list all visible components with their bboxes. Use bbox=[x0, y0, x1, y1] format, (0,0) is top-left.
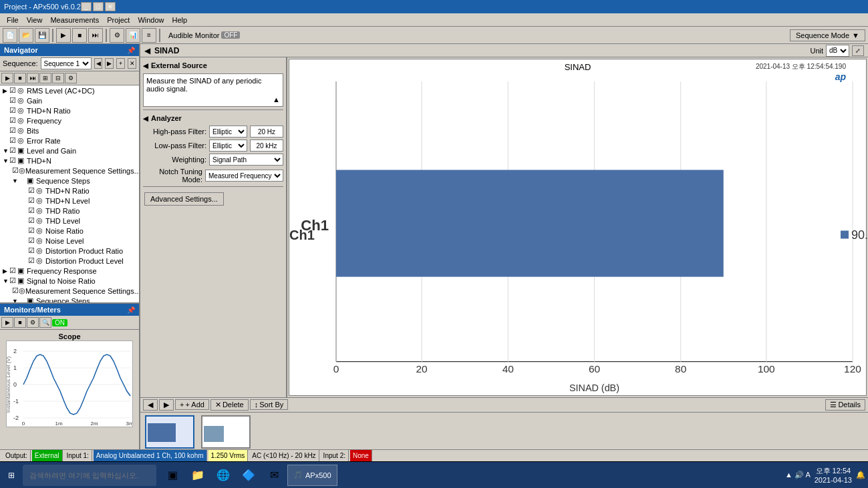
high-pass-select[interactable]: Elliptic bbox=[209, 126, 247, 138]
nav-settings-btn[interactable]: ⚙ bbox=[65, 73, 77, 83]
tree-item-8[interactable]: ☑◎Measurement Sequence Settings... bbox=[0, 166, 139, 176]
chart-expand-btn[interactable]: ⤢ bbox=[852, 45, 864, 56]
tree-item-6[interactable]: ▼☑▣Level and Gain bbox=[0, 146, 139, 156]
menu-help[interactable]: Help bbox=[168, 15, 192, 25]
nav-run-btn[interactable]: ▶ bbox=[1, 73, 13, 83]
search-taskbar[interactable] bbox=[23, 465, 156, 486]
details-btn[interactable]: ☰ Details bbox=[825, 399, 865, 411]
sequence-mode-arrow: ▼ bbox=[852, 31, 859, 39]
tree-item-18[interactable]: ▶☑▣Frequency Response bbox=[0, 266, 139, 276]
tree-item-17[interactable]: ☑◎Distortion Product Level bbox=[0, 256, 139, 266]
maximize-btn[interactable]: □ bbox=[93, 2, 104, 11]
sequence-label: Sequence: bbox=[3, 59, 38, 67]
start-btn[interactable]: ⊞ bbox=[3, 468, 20, 483]
tree-item-14[interactable]: ☑◎Noise Ratio bbox=[0, 226, 139, 236]
source-scroll-btn[interactable]: ▲ bbox=[146, 95, 280, 103]
tree-item-21[interactable]: ▼ ▣Sequence Steps bbox=[0, 296, 139, 302]
sort-by-btn[interactable]: ↕ Sort By bbox=[250, 399, 289, 410]
tree-item-7[interactable]: ▼☑▣THD+N bbox=[0, 156, 139, 166]
seq-del-btn[interactable]: ✕ bbox=[128, 58, 136, 69]
search-input[interactable] bbox=[29, 471, 150, 479]
tree-item-12[interactable]: ☑◎THD Ratio bbox=[0, 206, 139, 216]
menu-project[interactable]: Project bbox=[103, 15, 134, 25]
menu-window[interactable]: Window bbox=[134, 15, 168, 25]
taskbar-files[interactable]: 📁 bbox=[187, 465, 208, 486]
audible-monitor-badge[interactable]: OFF bbox=[221, 31, 240, 39]
taskbar-edge[interactable]: 🔷 bbox=[238, 465, 259, 486]
tree-arrow-7: ▼ bbox=[3, 158, 9, 164]
seq-add-btn[interactable]: + bbox=[116, 58, 125, 69]
mon-zoom-btn[interactable]: 🔍 bbox=[39, 317, 51, 328]
nav-prev-btn[interactable]: ◀ bbox=[143, 399, 158, 411]
table-btn[interactable]: ≡ bbox=[142, 28, 156, 43]
unit-select[interactable]: dB bbox=[826, 45, 849, 57]
low-pass-value[interactable] bbox=[250, 140, 283, 152]
delete-btn[interactable]: ✕ Delete bbox=[210, 399, 249, 411]
tree-item-0[interactable]: ▶☑◎RMS Level (AC+DC) bbox=[0, 85, 139, 95]
new-btn[interactable]: 📄 bbox=[3, 28, 17, 43]
nav-step-btn[interactable]: ⏭ bbox=[27, 73, 39, 83]
sinad-back-icon[interactable]: ◀ bbox=[144, 46, 150, 55]
tree-item-1[interactable]: ☑◎Gain bbox=[0, 95, 139, 105]
taskbar-email[interactable]: ✉ bbox=[263, 465, 285, 486]
tree-icon-14: ◎ bbox=[36, 226, 45, 235]
svg-text:20: 20 bbox=[416, 363, 428, 375]
save-btn[interactable]: 💾 bbox=[35, 28, 49, 43]
tree-item-2[interactable]: ☑◎THD+N Ratio bbox=[0, 105, 139, 115]
navigator-pin-btn[interactable]: 📌 bbox=[127, 47, 135, 54]
tree-item-19[interactable]: ▼☑▣Signal to Noise Ratio bbox=[0, 276, 139, 286]
tree-check-14: ☑ bbox=[28, 226, 36, 235]
taskbar-apx-app[interactable]: 🎵 APx500 bbox=[287, 465, 337, 486]
high-pass-value[interactable] bbox=[250, 126, 283, 138]
run-btn[interactable]: ▶ bbox=[56, 28, 71, 43]
tree-item-9[interactable]: ▼ ▣Sequence Steps bbox=[0, 176, 139, 186]
weighting-select[interactable]: Signal Path bbox=[209, 154, 283, 166]
nav-collapse-btn[interactable]: ⊟ bbox=[52, 73, 64, 83]
settings-btn[interactable]: ⚙ bbox=[110, 28, 124, 43]
tree-item-16[interactable]: ☑◎Distortion Product Ratio bbox=[0, 246, 139, 256]
notifications-btn[interactable]: 🔔 bbox=[856, 471, 865, 479]
nav-next-btn[interactable]: ▶ bbox=[159, 399, 174, 411]
add-btn[interactable]: + + Add bbox=[175, 399, 209, 410]
mon-settings-btn[interactable]: ⚙ bbox=[27, 317, 39, 328]
menu-view[interactable]: View bbox=[23, 15, 47, 25]
tree-item-15[interactable]: ☑◎Noise Level bbox=[0, 236, 139, 246]
low-pass-label: Low-pass Filter: bbox=[143, 142, 206, 150]
mon-play-btn[interactable]: ▶ bbox=[1, 317, 13, 328]
tree-label-7: THD+N bbox=[27, 157, 51, 165]
nav-expand-btn[interactable]: ⊞ bbox=[39, 73, 51, 83]
tree-item-10[interactable]: ☑◎THD+N Ratio bbox=[0, 186, 139, 196]
chart-btn[interactable]: 📊 bbox=[126, 28, 140, 43]
open-btn[interactable]: 📂 bbox=[19, 28, 33, 43]
mon-on-badge[interactable]: ON bbox=[52, 319, 67, 326]
taskbar-task-view[interactable]: ▣ bbox=[162, 465, 183, 486]
tree-item-11[interactable]: ☑◎THD+N Level bbox=[0, 196, 139, 206]
menu-file[interactable]: File bbox=[3, 15, 23, 25]
seq-prev-btn[interactable]: ◀ bbox=[94, 58, 103, 69]
step-btn[interactable]: ⏭ bbox=[88, 28, 103, 43]
unit-area: Unit dB bbox=[810, 45, 849, 57]
nav-toolbar: ▶ ■ ⏭ ⊞ ⊟ ⚙ bbox=[0, 71, 139, 85]
taskbar-browser[interactable]: 🌐 bbox=[212, 465, 234, 486]
nav-stop-btn[interactable]: ■ bbox=[14, 73, 26, 83]
sequence-mode-btn[interactable]: Sequence Mode ▼ bbox=[790, 29, 865, 41]
input2-value: None bbox=[353, 452, 369, 459]
mon-stop-btn[interactable]: ■ bbox=[14, 317, 26, 328]
thumb-sinad[interactable]: SINAD bbox=[143, 415, 196, 449]
monitors-pin-btn[interactable]: 📌 bbox=[127, 306, 135, 314]
low-pass-select[interactable]: Elliptic bbox=[209, 140, 247, 152]
tree-item-3[interactable]: ☑◎Frequency bbox=[0, 115, 139, 126]
tree-item-13[interactable]: ☑◎THD Level bbox=[0, 216, 139, 226]
minimize-btn[interactable]: _ bbox=[81, 2, 92, 11]
stop-btn[interactable]: ■ bbox=[72, 28, 87, 43]
tree-item-4[interactable]: ☑◎Bits bbox=[0, 126, 139, 136]
thumb-enob[interactable]: ENOB bbox=[199, 415, 253, 449]
advanced-settings-btn[interactable]: Advanced Settings... bbox=[144, 192, 224, 206]
menu-measurements[interactable]: Measurements bbox=[46, 15, 103, 25]
seq-next-btn[interactable]: ▶ bbox=[105, 58, 114, 69]
notch-select[interactable]: Measured Frequency bbox=[205, 170, 283, 182]
tree-item-5[interactable]: ☑◎Error Rate bbox=[0, 136, 139, 146]
tree-item-20[interactable]: ☑◎Measurement Sequence Settings... bbox=[0, 286, 139, 296]
sequence-select[interactable]: Sequence 1 bbox=[41, 57, 92, 69]
close-btn[interactable]: ✕ bbox=[105, 2, 116, 11]
